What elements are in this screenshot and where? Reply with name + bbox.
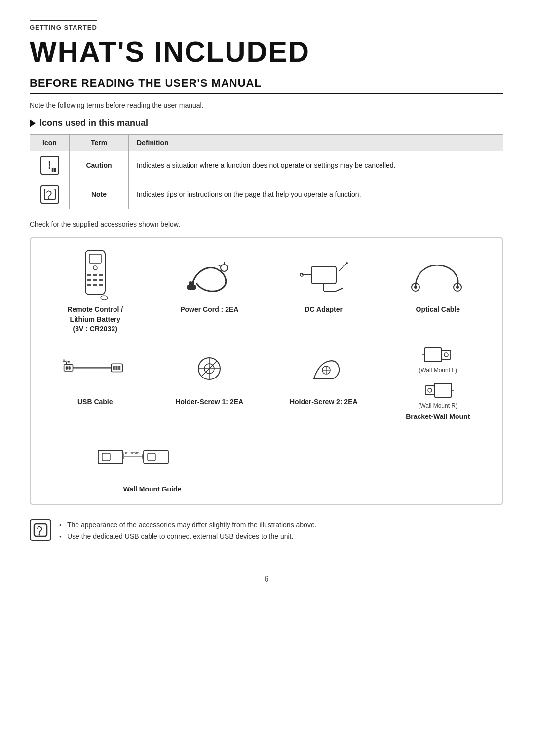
holder-screw-2-label: Holder-Screw 2: 2EA <box>290 397 358 407</box>
table-row: !▮▮ Caution Indicates a situation where … <box>30 151 503 180</box>
svg-rect-16 <box>189 281 191 286</box>
svg-rect-71 <box>34 524 47 536</box>
svg-rect-39 <box>115 366 117 370</box>
svg-text:300.0mm: 300.0mm <box>121 451 140 455</box>
svg-line-27 <box>339 264 346 271</box>
accessory-remote-control: Remote Control /Lithium Battery(3V : CR2… <box>40 252 150 334</box>
svg-point-32 <box>456 286 459 289</box>
main-title: WHAT'S INCLUDED <box>30 35 503 68</box>
svg-rect-6 <box>93 274 97 276</box>
svg-rect-12 <box>93 284 97 286</box>
svg-point-14 <box>101 296 108 300</box>
usb-cable-label: USB Cable <box>77 397 113 407</box>
col-term: Term <box>70 135 129 151</box>
accessory-optical-cable: Optical Cable <box>383 252 493 334</box>
dc-adapter-label: DC Adapter <box>305 305 343 315</box>
caution-term: Caution <box>70 151 129 180</box>
note-term: Note <box>70 180 129 209</box>
accessory-usb-cable: USB Cable <box>40 344 150 422</box>
notes-section: The appearance of the accessories may di… <box>30 519 503 555</box>
page-number: 6 <box>30 575 503 584</box>
optical-cable-label: Optical Cable <box>416 305 460 315</box>
power-cord-label: Power Cord : 2EA <box>180 305 238 315</box>
svg-line-24 <box>336 288 343 291</box>
holder-screw-1-label: Holder-Screw 1: 2EA <box>175 397 243 407</box>
svg-rect-2 <box>85 250 105 295</box>
icons-table: Icon Term Definition !▮▮ Caution Indicat… <box>30 134 503 209</box>
svg-rect-8 <box>87 279 91 281</box>
accessory-bracket-wall-mount: (Wall Mount L) (Wall Mount R) Bracket-Wa… <box>383 344 493 422</box>
caution-definition: Indicates a situation where a function d… <box>129 151 503 180</box>
svg-rect-38 <box>113 366 115 370</box>
svg-rect-13 <box>99 284 103 286</box>
svg-rect-9 <box>93 279 97 281</box>
accessories-box: Remote Control /Lithium Battery(3V : CR2… <box>30 237 503 505</box>
accessories-grid: Remote Control /Lithium Battery(3V : CR2… <box>40 252 493 494</box>
svg-rect-15 <box>187 285 196 290</box>
bracket-wall-mount-label: Bracket-Wall Mount <box>406 412 470 422</box>
svg-rect-34 <box>66 366 68 370</box>
wall-mount-l-label: (Wall Mount L) <box>419 367 457 374</box>
svg-rect-56 <box>442 350 451 359</box>
svg-rect-35 <box>68 366 70 370</box>
svg-point-43 <box>68 361 70 362</box>
svg-rect-5 <box>87 274 91 276</box>
svg-rect-3 <box>89 254 101 263</box>
note-icon-lg <box>30 519 51 541</box>
section-label: GETTING STARTED <box>30 20 97 31</box>
triangle-icon <box>30 119 36 127</box>
svg-point-72 <box>39 534 40 535</box>
table-row: Note Indicates tips or instructions on t… <box>30 180 503 209</box>
accessory-wall-mount-guide: 300.0mm Wall Mount Guide <box>40 431 264 494</box>
note-icon <box>40 185 59 204</box>
accessory-dc-adapter: DC Adapter <box>269 252 379 334</box>
note-item: The appearance of the accessories may di… <box>59 519 317 531</box>
col-definition: Definition <box>129 135 503 151</box>
svg-point-28 <box>346 262 348 264</box>
svg-rect-10 <box>99 279 103 281</box>
note-definition: Indicates tips or instructions on the pa… <box>129 180 503 209</box>
svg-point-1 <box>48 198 49 199</box>
icons-section-title: Icons used in this manual <box>30 118 503 128</box>
accessory-power-cord: Power Cord : 2EA <box>155 252 265 334</box>
accessory-holder-screw-1: Holder-Screw 1: 2EA <box>155 344 265 422</box>
svg-rect-59 <box>434 383 452 397</box>
svg-point-4 <box>93 266 97 270</box>
svg-rect-60 <box>425 386 434 395</box>
svg-point-18 <box>221 265 228 271</box>
section-title: BEFORE READING THE USER'S MANUAL <box>30 77 503 94</box>
accessory-holder-screw-2: Holder-Screw 2: 2EA <box>269 344 379 422</box>
wall-mount-r-label: (Wall Mount R) <box>418 402 457 409</box>
remote-label: Remote Control /Lithium Battery(3V : CR2… <box>67 305 123 334</box>
svg-rect-17 <box>191 281 194 286</box>
notes-list: The appearance of the accessories may di… <box>59 519 317 543</box>
svg-rect-7 <box>99 274 103 276</box>
col-icon: Icon <box>30 135 70 151</box>
svg-rect-55 <box>424 348 442 362</box>
svg-line-20 <box>218 265 221 266</box>
caution-icon: !▮▮ <box>40 156 59 175</box>
svg-point-61 <box>428 388 432 392</box>
note-item: Use the dedicated USB cable to connect e… <box>59 531 317 543</box>
wall-mount-guide-label: Wall Mount Guide <box>123 485 182 494</box>
svg-rect-21 <box>311 266 336 284</box>
subtitle-note: Note the following terms before reading … <box>30 101 503 109</box>
icons-section: Icons used in this manual Icon Term Defi… <box>30 118 503 209</box>
svg-point-57 <box>444 353 448 357</box>
svg-point-30 <box>414 286 417 289</box>
check-text: Check for the supplied accessories shown… <box>30 220 503 228</box>
svg-rect-64 <box>102 453 110 461</box>
svg-rect-70 <box>148 453 155 461</box>
svg-rect-40 <box>118 366 120 370</box>
svg-rect-11 <box>87 284 91 286</box>
svg-rect-0 <box>44 189 55 200</box>
